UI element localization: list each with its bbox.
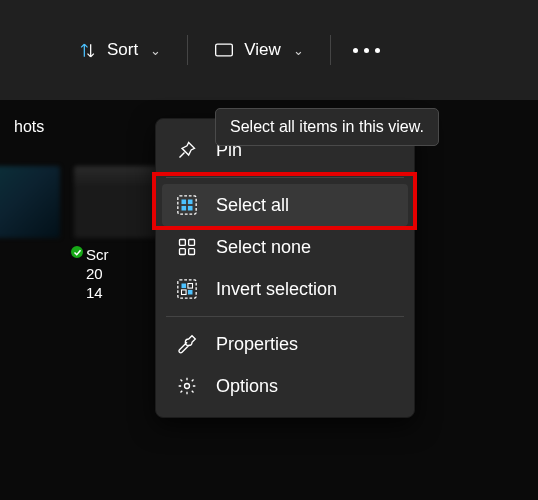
dot-icon: [353, 48, 358, 53]
view-icon: [214, 42, 234, 58]
menu-item-select-none[interactable]: Select none: [162, 226, 408, 268]
thumbnail-date: 3-29: [0, 265, 60, 284]
menu-item-label: Invert selection: [216, 279, 337, 300]
select-all-icon: [176, 194, 198, 216]
svg-rect-2: [182, 200, 187, 205]
svg-point-15: [185, 384, 190, 389]
svg-rect-11: [182, 284, 187, 289]
svg-rect-6: [180, 240, 186, 246]
menu-item-select-all[interactable]: Select all: [162, 184, 408, 226]
thumbnail-line3: 14: [86, 284, 164, 303]
view-label: View: [244, 40, 281, 60]
sort-icon: [78, 41, 97, 60]
thumbnail-name: Scr: [86, 246, 164, 265]
svg-rect-7: [189, 240, 195, 246]
pin-icon: [176, 139, 198, 161]
menu-separator: [166, 316, 404, 317]
toolbar-divider: [330, 35, 331, 65]
more-button[interactable]: [339, 40, 394, 61]
menu-item-invert-selection[interactable]: Invert selection: [162, 268, 408, 310]
thumbnail-name: hot: [0, 246, 60, 265]
menu-item-options[interactable]: Options: [162, 365, 408, 407]
gear-icon: [176, 375, 198, 397]
wrench-icon: [176, 333, 198, 355]
svg-rect-0: [216, 44, 233, 56]
menu-item-label: Properties: [216, 334, 298, 355]
toolbar: Sort ⌄ View ⌄: [0, 0, 538, 100]
svg-rect-12: [188, 284, 193, 289]
select-none-icon: [176, 236, 198, 258]
svg-rect-14: [188, 290, 193, 295]
svg-rect-10: [178, 280, 196, 298]
dot-icon: [375, 48, 380, 53]
breadcrumb-segment: hots: [14, 118, 44, 135]
view-button[interactable]: View ⌄: [196, 32, 322, 68]
file-thumbnail[interactable]: hot 3-29: [0, 166, 60, 302]
file-thumbnail[interactable]: Scr 20 14: [74, 166, 164, 302]
menu-separator: [166, 177, 404, 178]
menu-item-label: Select none: [216, 237, 311, 258]
thumbnail-image: [0, 166, 60, 238]
svg-rect-5: [188, 206, 193, 211]
svg-rect-8: [180, 249, 186, 255]
invert-selection-icon: [176, 278, 198, 300]
menu-item-label: Options: [216, 376, 278, 397]
dot-icon: [364, 48, 369, 53]
svg-rect-1: [178, 196, 196, 214]
svg-rect-4: [182, 206, 187, 211]
toolbar-divider: [187, 35, 188, 65]
tooltip-text: Select all items in this view.: [230, 118, 424, 135]
thumbnail-line2: 20: [86, 265, 164, 284]
menu-item-properties[interactable]: Properties: [162, 323, 408, 365]
chevron-down-icon: ⌄: [293, 43, 304, 58]
svg-rect-13: [182, 290, 187, 295]
menu-item-label: Select all: [216, 195, 289, 216]
thumbnail-image: [74, 166, 164, 238]
sync-status-icon: [69, 244, 85, 260]
context-menu: Pin Select all Select none: [155, 118, 415, 418]
svg-rect-9: [189, 249, 195, 255]
svg-rect-3: [188, 200, 193, 205]
chevron-down-icon: ⌄: [150, 43, 161, 58]
tooltip: Select all items in this view.: [215, 108, 439, 146]
sort-button[interactable]: Sort ⌄: [60, 32, 179, 68]
sort-label: Sort: [107, 40, 138, 60]
